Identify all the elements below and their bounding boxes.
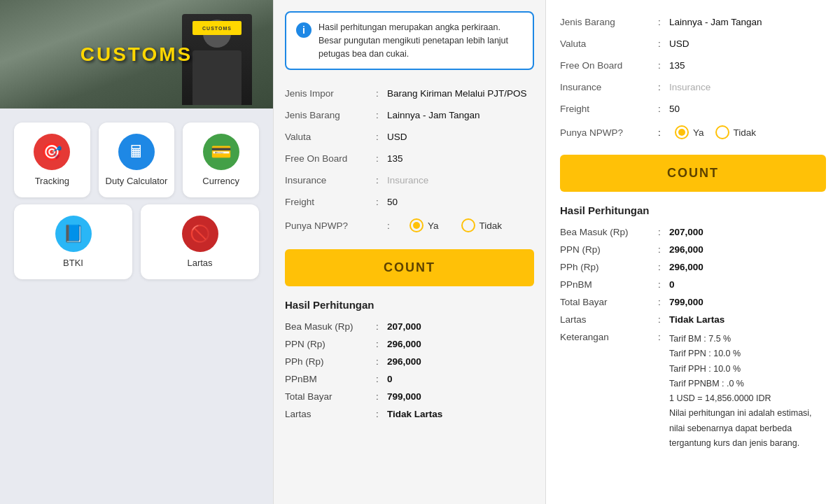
duty-calculator-label: Duty Calculator — [106, 176, 168, 186]
right-pph-label: PPh (Rp) — [560, 262, 658, 272]
right-valuta-label: Valuta — [560, 38, 658, 49]
right-ppn-value: 296,000 — [669, 244, 826, 255]
count-button[interactable]: COUNT — [285, 249, 534, 286]
menu-item-btki[interactable]: 📘 BTKI — [14, 204, 132, 279]
right-radio-tidak-label: Tidak — [734, 127, 757, 138]
currency-icon: 💳 — [203, 134, 239, 170]
lartas-label: Lartas — [187, 258, 212, 268]
pph-label: PPh (Rp) — [285, 356, 376, 367]
right-result-total: Total Bayar : 799,000 — [560, 293, 826, 311]
duty-calculator-icon: 🖩 — [118, 134, 155, 170]
right-ppn-label: PPN (Rp) — [560, 244, 658, 255]
info-icon: i — [296, 22, 312, 38]
right-lartas-value: Tidak Lartas — [669, 314, 826, 325]
form-row-fob: Free On Board : 135 — [285, 148, 534, 169]
right-radio-ya-inner — [678, 129, 685, 136]
result-ppn: PPN (Rp) : 296,000 — [285, 335, 534, 353]
lartas-result-value: Tidak Lartas — [387, 409, 442, 419]
right-result-keterangan: Keterangan : Tarif BM : 7.5 % Tarif PPN … — [560, 328, 826, 454]
radio-tidak-circle[interactable] — [461, 218, 475, 232]
jenis-impor-value: Barang Kiriman Melalui PJT/POS — [387, 88, 534, 99]
npwp-colon: : — [387, 220, 398, 231]
right-ppnbm-label: PPnBM — [560, 279, 658, 290]
right-total-label: Total Bayar — [560, 297, 658, 307]
btki-label: BTKI — [63, 258, 83, 268]
right-radio-ya-label: Ya — [693, 127, 704, 138]
right-radio-ya-circle[interactable] — [675, 125, 689, 139]
right-row-insurance: Insurance : Insurance — [560, 76, 826, 98]
right-lartas-label: Lartas — [560, 314, 658, 325]
right-jenis-barang-label: Jenis Barang — [560, 17, 658, 27]
btki-icon: 📘 — [55, 216, 92, 252]
right-radio-tidak-circle[interactable] — [715, 125, 729, 139]
radio-tidak-label: Tidak — [479, 220, 503, 231]
right-result-bea-masuk: Bea Masuk (Rp) : 207,000 — [560, 223, 826, 241]
radio-ya[interactable]: Ya — [410, 218, 439, 232]
right-result-lartas: Lartas : Tidak Lartas — [560, 311, 826, 328]
right-keterangan-value: Tarif BM : 7.5 % Tarif PPN : 10.0 % Tari… — [669, 332, 826, 451]
right-row-fob: Free On Board : 135 — [560, 55, 826, 76]
form-row-jenis-barang: Jenis Barang : Lainnya - Jam Tangan — [285, 104, 534, 126]
freight-label: Freight — [285, 197, 376, 207]
valuta-value: USD — [387, 132, 534, 142]
hasil-title: Hasil Perhitungan — [285, 299, 534, 311]
bea-masuk-label: Bea Masuk (Rp) — [285, 321, 376, 332]
info-text: Hasil perhitungan merupakan angka perkir… — [318, 21, 523, 60]
fob-colon: : — [376, 153, 387, 164]
radio-ya-circle[interactable] — [410, 218, 424, 232]
menu-item-duty-calculator[interactable]: 🖩 Duty Calculator — [99, 122, 175, 197]
right-hasil-title: Hasil Perhitungan — [560, 204, 826, 216]
info-banner: i Hasil perhitungan merupakan angka perk… — [285, 11, 534, 70]
radio-tidak[interactable]: Tidak — [461, 218, 503, 232]
total-label: Total Bayar — [285, 391, 376, 402]
ppnbm-label: PPnBM — [285, 374, 376, 384]
menu-item-lartas[interactable]: 🚫 Lartas — [141, 204, 259, 279]
total-value: 799,000 — [387, 391, 421, 402]
ppn-value: 296,000 — [387, 339, 421, 349]
form-row-npwp: Punya NPWP? : Ya Tidak — [285, 213, 534, 238]
banner-title: CUSTOMS — [80, 43, 193, 66]
lartas-icon: 🚫 — [182, 216, 218, 252]
form-row-freight: Freight : 50 — [285, 191, 534, 213]
jenis-impor-colon: : — [376, 88, 387, 99]
right-count-button[interactable]: COUNT — [560, 155, 826, 192]
menu-grid-row1: 🎯 Tracking 🖩 Duty Calculator 💳 Currency — [0, 108, 273, 204]
ppn-label: PPN (Rp) — [285, 339, 376, 349]
form-row-insurance: Insurance : Insurance — [285, 169, 534, 191]
form-row-valuta: Valuta : USD — [285, 126, 534, 148]
jenis-barang-label: Jenis Barang — [285, 110, 376, 120]
insurance-label: Insurance — [285, 175, 376, 186]
right-row-npwp: Punya NPWP? : Ya Tidak — [560, 120, 826, 145]
jenis-barang-colon: : — [376, 110, 387, 120]
right-freight-value: 50 — [669, 104, 826, 114]
right-total-value: 799,000 — [669, 297, 826, 307]
right-jenis-barang-value: Lainnya - Jam Tangan — [669, 17, 826, 27]
valuta-colon: : — [376, 132, 387, 142]
right-panel: Jenis Barang : Lainnya - Jam Tangan Valu… — [546, 0, 840, 504]
form-row-jenis-impor: Jenis Impor : Barang Kiriman Melalui PJT… — [285, 83, 534, 104]
right-row-valuta: Valuta : USD — [560, 33, 826, 55]
menu-item-tracking[interactable]: 🎯 Tracking — [14, 122, 90, 197]
bea-masuk-value: 207,000 — [387, 321, 421, 332]
result-bea-masuk: Bea Masuk (Rp) : 207,000 — [285, 318, 534, 335]
pph-value: 296,000 — [387, 356, 421, 367]
right-keterangan-label: Keterangan — [560, 332, 658, 451]
menu-grid-row2: 📘 BTKI 🚫 Lartas — [0, 204, 273, 286]
result-total: Total Bayar : 799,000 — [285, 388, 534, 405]
right-insurance-label: Insurance — [560, 82, 658, 92]
right-row-freight: Freight : 50 — [560, 98, 826, 120]
result-pph: PPh (Rp) : 296,000 — [285, 353, 534, 370]
currency-label: Currency — [202, 176, 239, 186]
valuta-label: Valuta — [285, 132, 376, 142]
right-bea-masuk-label: Bea Masuk (Rp) — [560, 227, 658, 237]
insurance-colon: : — [376, 175, 387, 186]
right-radio-ya[interactable]: Ya — [675, 125, 704, 139]
radio-ya-inner — [413, 222, 420, 229]
menu-item-currency[interactable]: 💳 Currency — [183, 122, 259, 197]
right-freight-label: Freight — [560, 104, 658, 114]
fob-label: Free On Board — [285, 153, 376, 164]
ppnbm-value: 0 — [387, 374, 393, 384]
right-fob-label: Free On Board — [560, 60, 658, 71]
right-radio-tidak[interactable]: Tidak — [715, 125, 757, 139]
npwp-label: Punya NPWP? — [285, 220, 376, 231]
